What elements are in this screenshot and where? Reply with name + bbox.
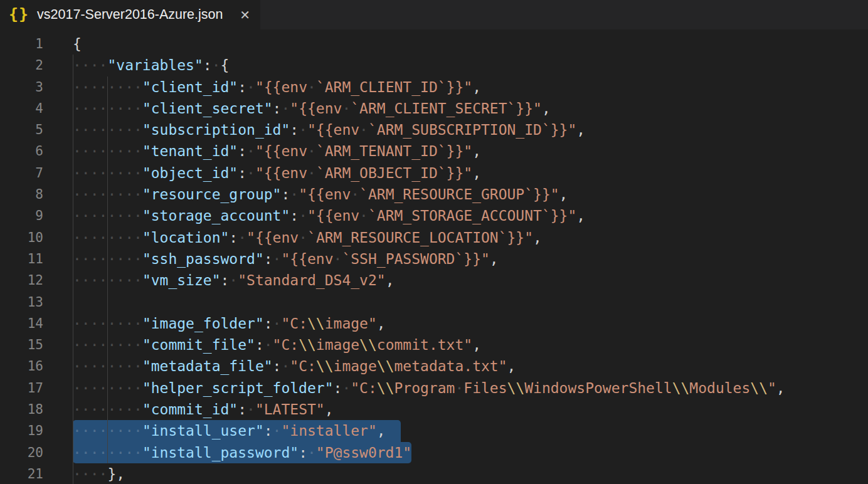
indent-guide [73,184,73,205]
whitespace-dot: · [246,165,255,181]
whitespace-dot: · [82,466,90,482]
whitespace-dot: · [116,100,125,117]
gutter: 123456789101112131415161718192021 [0,33,73,484]
whitespace-dot: · [82,229,90,246]
code-line-14[interactable]: ········"image_folder":·"C:\\image", [73,313,868,334]
code-line-13[interactable] [73,292,868,313]
whitespace-dot: · [107,315,116,332]
line-number-14[interactable]: 14 [0,313,43,334]
whitespace-dot: · [73,186,82,203]
editor[interactable]: 123456789101112131415161718192021 {····"… [0,29,868,484]
line-number-3[interactable]: 3 [0,76,43,98]
whitespace-dot: · [116,165,125,181]
code-line-7[interactable]: ········"object_id":·"{{env·`ARM_OBJECT_… [73,162,868,184]
code-line-20[interactable]: ········"install_password":·"P@ssw0rd1" [73,442,868,463]
whitespace-dot: · [125,165,134,181]
whitespace-dot: · [134,445,142,461]
code-line-16[interactable]: ········"metadata_file":·"C:\\image\\met… [73,355,868,377]
whitespace-dot: · [82,358,90,374]
whitespace-dot: · [107,186,116,203]
tab-vs2017-server2016-azure-json[interactable]: {} vs2017-Server2016-Azure.json ✕ [0,0,260,29]
line-number-8[interactable]: 8 [0,184,43,205]
line-number-19[interactable]: 19 [0,420,43,441]
code-line-19[interactable]: ········"install_user":·"installer", [73,420,868,441]
whitespace-dot: · [73,229,82,246]
indent-guide [107,355,108,377]
code-line-3[interactable]: ········"client_id":·"{{env·`ARM_CLIENT_… [73,76,868,98]
line-number-6[interactable]: 6 [0,140,43,162]
code-line-8[interactable]: ········"resource_group":·"{{env·`ARM_RE… [73,184,868,205]
whitespace-dot: · [82,122,90,138]
whitespace-dot: · [134,143,142,159]
whitespace-dot: · [134,100,142,117]
whitespace-dot: · [107,165,116,181]
line-number-16[interactable]: 16 [0,355,43,377]
code-line-5[interactable]: ········"subscription_id":·"{{env·`ARM_S… [73,119,868,140]
indent-guide [73,76,73,98]
whitespace-dot: · [125,380,134,396]
whitespace-dot: · [99,165,108,181]
code-line-9[interactable]: ········"storage_account":·"{{env·`ARM_S… [73,205,868,226]
line-number-15[interactable]: 15 [0,334,43,355]
line-number-20[interactable]: 20 [0,442,43,463]
whitespace-dot: · [73,466,82,482]
indent-guide [107,140,108,162]
line-number-17[interactable]: 17 [0,377,43,399]
code-line-12[interactable]: ········"vm_size":·"Standard_DS4_v2", [73,270,868,291]
code-line-17[interactable]: ········"helper_script_folder":·"C:\\Pro… [73,377,868,399]
whitespace-dot: · [125,122,134,138]
whitespace-dot: · [273,251,282,267]
code-line-6[interactable]: ········"tenant_id":·"{{env·`ARM_TENANT_… [73,140,868,162]
whitespace-dot: · [107,380,116,396]
code-line-21[interactable]: ····}, [73,463,868,484]
whitespace-dot: · [134,272,142,288]
line-number-13[interactable]: 13 [0,292,43,313]
tab-close-icon[interactable]: ✕ [240,8,250,23]
indent-guide [73,399,73,420]
code-line-11[interactable]: ········"ssh_password":·"{{env·`SSH_PASS… [73,248,868,270]
line-number-2[interactable]: 2 [0,55,43,76]
line-number-21[interactable]: 21 [0,463,43,484]
whitespace-dot: · [90,57,99,73]
code-line-4[interactable]: ········"client_secret":·"{{env·`ARM_CLI… [73,98,868,119]
whitespace-dot: · [307,165,316,181]
line-number-1[interactable]: 1 [0,33,43,55]
whitespace-dot: · [212,57,221,73]
line-number-9[interactable]: 9 [0,205,43,226]
selection-highlight: ········"install_password":·"P@ssw0rd1" [73,442,411,463]
whitespace-dot: · [99,186,108,203]
line-number-10[interactable]: 10 [0,227,43,248]
whitespace-dot: · [90,100,99,117]
whitespace-dot: · [73,57,82,73]
whitespace-dot: · [82,380,90,396]
whitespace-dot: · [116,337,125,353]
whitespace-dot: · [73,143,82,159]
line-number-4[interactable]: 4 [0,98,43,119]
code-area[interactable]: {····"variables":·{········"client_id":·… [73,33,868,484]
whitespace-dot: · [82,423,90,439]
whitespace-dot: · [281,100,290,117]
whitespace-dot: · [82,315,90,332]
whitespace-dot: · [107,358,116,374]
line-number-12[interactable]: 12 [0,270,43,291]
tab-bar: {} vs2017-Server2016-Azure.json ✕ [0,0,868,29]
whitespace-dot: · [82,57,90,73]
code-line-2[interactable]: ····"variables":·{ [73,55,868,76]
code-line-10[interactable]: ········"location":·"{{env·`ARM_RESOURCE… [73,227,868,248]
code-line-18[interactable]: ········"commit_id":·"LATEST", [73,399,868,420]
code-line-15[interactable]: ········"commit_file":·"C:\\image\\commi… [73,334,868,355]
whitespace-dot: · [90,208,99,224]
line-number-18[interactable]: 18 [0,399,43,420]
line-number-7[interactable]: 7 [0,162,43,184]
whitespace-dot: · [107,423,116,439]
whitespace-dot: · [73,79,82,95]
indent-guide [73,442,73,463]
code-line-1[interactable]: { [73,33,868,55]
whitespace-dot: · [90,466,99,482]
whitespace-dot: · [82,100,90,117]
whitespace-dot: · [116,186,125,203]
line-number-5[interactable]: 5 [0,119,43,140]
line-number-11[interactable]: 11 [0,248,43,270]
whitespace-dot: · [73,380,82,396]
json-file-icon: {} [9,5,29,23]
